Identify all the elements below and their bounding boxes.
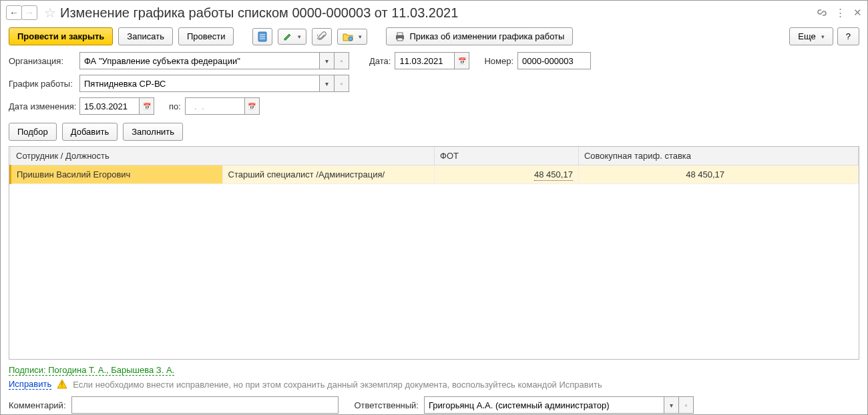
more-button[interactable]: Еще xyxy=(789,27,833,45)
comment-label: Комментарий: xyxy=(9,400,66,410)
to-label: по: xyxy=(169,101,181,111)
close-icon[interactable]: ✕ xyxy=(853,7,862,19)
post-button[interactable]: Провести xyxy=(178,27,234,45)
table-row[interactable]: Пришвин Василий Егорович Старший специал… xyxy=(11,165,859,184)
attach-icon-button[interactable] xyxy=(312,28,332,45)
change-date-input[interactable] xyxy=(79,97,140,115)
organization-input[interactable] xyxy=(79,52,320,69)
comment-input[interactable] xyxy=(71,396,339,414)
more-menu-icon[interactable]: ⋮ xyxy=(835,7,845,19)
cell-rate[interactable]: 48 450,17 xyxy=(578,165,858,184)
fill-button[interactable]: Заполнить xyxy=(123,123,183,141)
svg-rect-6 xyxy=(397,33,403,35)
change-date-label: Дата изменения: xyxy=(9,101,75,111)
select-button[interactable]: Подбор xyxy=(9,123,57,141)
write-button[interactable]: Записать xyxy=(118,27,173,45)
employees-table[interactable]: Сотрудник / Должность ФОТ Совокупная тар… xyxy=(9,146,859,360)
add-button[interactable]: Добавить xyxy=(62,123,118,141)
print-order-button[interactable]: Приказ об изменении графика работы xyxy=(386,27,573,45)
to-date-input[interactable] xyxy=(185,97,245,115)
favorite-star-icon[interactable]: ☆ xyxy=(44,5,56,21)
calendar-icon[interactable]: 📅 xyxy=(140,97,154,115)
fix-hint-text: Если необходимо внести исправление, но п… xyxy=(73,380,602,390)
calendar-icon[interactable]: 📅 xyxy=(455,52,469,69)
calendar-icon[interactable]: 📅 xyxy=(245,97,260,115)
number-label: Номер: xyxy=(484,56,513,66)
schedule-label: График работы: xyxy=(9,79,75,89)
folder-icon-button[interactable] xyxy=(337,29,367,45)
open-icon[interactable]: ▫ xyxy=(335,52,349,69)
help-button[interactable]: ? xyxy=(837,27,859,45)
svg-point-4 xyxy=(349,37,353,41)
col-rate[interactable]: Совокупная тариф. ставка xyxy=(578,147,858,165)
dropdown-icon[interactable]: ▾ xyxy=(320,52,335,69)
edit-icon-button[interactable] xyxy=(278,29,306,45)
organization-label: Организация: xyxy=(9,56,75,66)
dropdown-icon[interactable]: ▾ xyxy=(320,75,335,92)
date-input[interactable] xyxy=(395,52,455,69)
warning-icon: ! xyxy=(57,379,67,390)
open-icon[interactable]: ▫ xyxy=(679,396,694,414)
svg-text:!: ! xyxy=(61,381,63,388)
date-label: Дата: xyxy=(369,56,391,66)
cell-fot[interactable]: 48 450,17 xyxy=(435,165,579,184)
responsible-label: Ответственный: xyxy=(355,400,419,410)
report-icon-button[interactable] xyxy=(252,28,272,45)
link-icon[interactable] xyxy=(817,7,827,18)
cell-position[interactable]: Старший специалист /Администрация/ xyxy=(222,165,435,184)
post-and-close-button[interactable]: Провести и закрыть xyxy=(9,27,113,45)
nav-back-button[interactable]: ← xyxy=(6,5,22,20)
svg-rect-7 xyxy=(397,38,403,41)
open-icon[interactable]: ▫ xyxy=(335,75,349,92)
responsible-input[interactable] xyxy=(424,396,664,414)
nav-forward-button[interactable]: → xyxy=(21,5,37,20)
fix-link[interactable]: Исправить xyxy=(9,379,51,390)
dropdown-icon[interactable]: ▾ xyxy=(664,396,679,414)
number-input[interactable] xyxy=(517,52,591,69)
page-title: Изменение графика работы списком 0000-00… xyxy=(60,5,458,21)
col-fot[interactable]: ФОТ xyxy=(435,147,579,165)
col-employee[interactable]: Сотрудник / Должность xyxy=(11,147,435,165)
schedule-input[interactable] xyxy=(79,75,320,92)
signatures-link[interactable]: Подписи: Погодина Т. А., Барышева З. А. xyxy=(9,365,174,376)
cell-employee[interactable]: Пришвин Василий Егорович xyxy=(11,165,223,184)
